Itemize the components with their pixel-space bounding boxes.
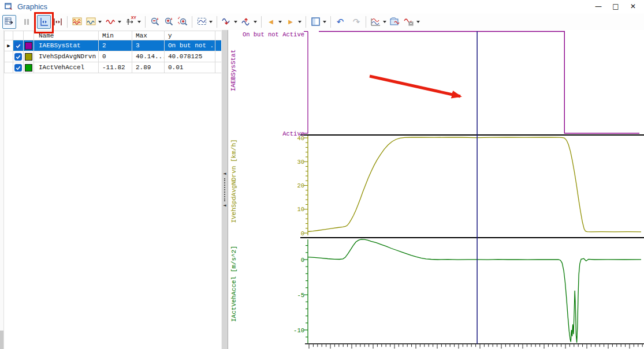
zoom-in-icon: [164, 17, 174, 27]
sine-wave-icon: [106, 18, 115, 25]
axis-tick-label-top: On but not Active: [243, 31, 304, 38]
display-mode-button[interactable]: [84, 15, 98, 29]
cell-min[interactable]: 0: [99, 51, 132, 62]
signal-table: Name Min Max y ▶ IAEBSysStat 2 3 On but …: [4, 31, 222, 73]
column-header-y[interactable]: y: [165, 31, 215, 40]
xy-mode-caret[interactable]: [137, 21, 141, 23]
signal-color-swatch[interactable]: [25, 42, 32, 50]
cell-y[interactable]: 40.078125: [165, 51, 215, 62]
axis-tick-label: 30: [297, 159, 304, 166]
checkbox-cell: [13, 51, 24, 62]
undo-icon: ↶: [337, 17, 344, 26]
row-marker: ▶: [5, 40, 13, 51]
zoom-in-button[interactable]: [162, 15, 176, 29]
overlay-display-button[interactable]: [70, 15, 84, 29]
axis-tick-label: 10: [297, 206, 304, 213]
panel-splitter[interactable]: ◄ ◄: [221, 30, 228, 349]
signal-style-button[interactable]: [103, 15, 117, 29]
pause-icon: [23, 18, 30, 25]
next-event-button[interactable]: ▶: [284, 15, 297, 29]
y-axes: [304, 32, 308, 344]
panel-layout-button[interactable]: [308, 15, 322, 29]
display-window-button[interactable]: [402, 15, 416, 29]
title-bar: Graphics — □ ✕: [0, 0, 644, 13]
color-cell: [24, 40, 34, 51]
row-checkbox[interactable]: [14, 64, 22, 72]
export-display-button[interactable]: [388, 15, 402, 29]
measure-setup-caret[interactable]: [383, 21, 386, 23]
row-checkbox[interactable]: [14, 53, 22, 61]
table-row[interactable]: IActVehAccel -11.82 2.89 0.01: [5, 62, 222, 73]
splitter-grip[interactable]: [224, 178, 225, 201]
checkbox-cell: [13, 62, 24, 73]
column-header-name[interactable]: Name: [34, 31, 99, 40]
signal-down-button[interactable]: [219, 15, 233, 29]
close-button[interactable]: ✕: [624, 1, 642, 12]
axis-tick-label: -5: [297, 292, 304, 299]
xy-mode-button[interactable]: XY: [123, 15, 137, 29]
zoom-box-caret[interactable]: [209, 21, 213, 23]
cell-name[interactable]: IActVehAccel: [34, 62, 99, 73]
window-title: Graphics: [17, 2, 47, 11]
prev-event-button[interactable]: ◀: [264, 15, 278, 29]
cell-name[interactable]: IAEBSysStat: [34, 40, 99, 51]
column-header-min[interactable]: Min: [99, 31, 132, 40]
display-window-caret[interactable]: [416, 21, 420, 23]
measure-setup-button[interactable]: [368, 15, 382, 29]
cell-name[interactable]: IVehSpdAvgNDrvn: [34, 51, 99, 62]
display-mode-caret[interactable]: [98, 21, 102, 23]
zoom-out-button[interactable]: [148, 15, 162, 29]
pause-button[interactable]: [20, 15, 33, 29]
signal-up-button[interactable]: [239, 15, 253, 29]
zoom-out-icon: [150, 17, 160, 27]
redo-button[interactable]: ↷: [349, 15, 363, 29]
cell-min[interactable]: 2: [99, 40, 132, 51]
minimize-button[interactable]: —: [590, 1, 607, 12]
next-arrow-icon: ▶: [288, 19, 293, 25]
table-header-row: Name Min Max y: [5, 31, 222, 40]
vehicle-speed-curve: [308, 137, 641, 232]
prev-event-caret[interactable]: [278, 21, 282, 23]
signal-style-caret[interactable]: [118, 21, 121, 23]
row-checkbox[interactable]: [14, 42, 22, 50]
next-event-caret[interactable]: [298, 21, 301, 23]
annotation-arrow: [370, 76, 460, 96]
display-mode-icon: [86, 17, 96, 26]
table-row[interactable]: ▶ IAEBSysStat 2 3 On but not ...: [5, 40, 222, 51]
fit-x-window-button[interactable]: [51, 15, 65, 29]
cell-max[interactable]: 40.14...: [132, 51, 165, 62]
table-row[interactable]: IVehSpdAvgNDrvn 0 40.14... 40.078125: [5, 51, 222, 62]
signal-list-toggle-button[interactable]: [2, 15, 16, 29]
cell-y[interactable]: 0.01: [165, 62, 215, 73]
signal-up-caret[interactable]: [254, 21, 257, 23]
zoom-selection-button[interactable]: [176, 15, 189, 29]
main-area: Name Min Max y ▶ IAEBSysStat 2 3 On but …: [0, 30, 644, 349]
axis-tick-label: 0: [301, 257, 304, 264]
zoom-box-button[interactable]: [195, 15, 209, 29]
prev-arrow-icon: ◀: [269, 19, 273, 25]
header-checkbox: [13, 31, 24, 40]
window-icon: [5, 2, 13, 11]
maximize-button[interactable]: □: [607, 1, 624, 12]
undo-button[interactable]: ↶: [333, 15, 347, 29]
cell-max[interactable]: 3: [132, 40, 165, 51]
cell-min[interactable]: -11.82: [99, 62, 132, 73]
row-marker: [5, 51, 13, 62]
signal-list-icon: [5, 17, 14, 27]
panel-layout-icon: [311, 17, 320, 26]
signal-down-caret[interactable]: [234, 21, 237, 23]
splitter-collapse-icon[interactable]: ◄: [223, 172, 226, 176]
chart-area: 4030201000-5-10 On but not Active Active…: [228, 30, 644, 349]
signal-color-swatch[interactable]: [25, 53, 32, 61]
panel-layout-caret[interactable]: [323, 21, 326, 23]
header-color: [24, 31, 34, 40]
left-strip-thumb[interactable]: [0, 331, 3, 349]
column-header-max[interactable]: Max: [132, 31, 165, 40]
signal-color-swatch[interactable]: [25, 64, 32, 72]
fit-x-axis-button[interactable]: [37, 15, 51, 29]
splitter-collapse-icon[interactable]: ◄: [223, 204, 226, 208]
cell-y[interactable]: On but not ...: [165, 40, 215, 51]
cell-max[interactable]: 2.89: [132, 62, 165, 73]
color-cell: [24, 62, 34, 73]
zoom-box-icon: [197, 17, 207, 26]
